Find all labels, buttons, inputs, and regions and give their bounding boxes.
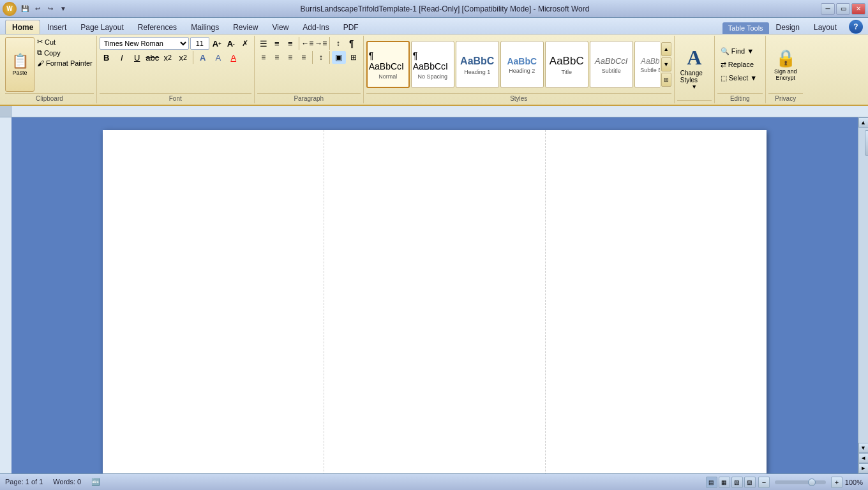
tab-home[interactable]: Home <box>5 20 40 34</box>
tab-layout[interactable]: Layout <box>807 20 844 34</box>
show-paragraph-button[interactable]: ¶ <box>345 37 358 50</box>
select-label: Select <box>729 74 749 82</box>
line-spacing-button[interactable]: ↕ <box>315 51 327 64</box>
paste-button[interactable]: 📋 Paste <box>5 37 34 92</box>
title-bar-left: W 💾 ↩ ↪ ▼ <box>3 2 69 16</box>
subscript-button[interactable]: x2 <box>161 51 175 64</box>
style-normal[interactable]: ¶ AaBbCcI Normal <box>366 41 410 88</box>
privacy-group: 🔒 Sign and Encrypt Privacy <box>766 36 805 103</box>
multilevel-list-button[interactable]: ≡ <box>284 37 297 50</box>
increase-indent-button[interactable]: →≡ <box>315 37 327 50</box>
full-reading-view-button[interactable]: ▦ <box>719 477 730 488</box>
find-button[interactable]: 🔍 Find ▼ <box>717 45 760 57</box>
logo-text: W <box>6 5 12 12</box>
numbering-button[interactable]: ≡ <box>271 37 283 50</box>
tab-pdf[interactable]: PDF <box>336 20 366 34</box>
tab-mailings[interactable]: Mailings <box>184 20 226 34</box>
privacy-content: 🔒 Sign and Encrypt <box>768 37 803 92</box>
tab-insert[interactable]: Insert <box>40 20 73 34</box>
underline-button[interactable]: U <box>130 51 144 64</box>
italic-button[interactable]: I <box>115 51 129 64</box>
tab-references[interactable]: References <box>131 20 184 34</box>
next-page-button[interactable]: ▶ <box>858 463 869 473</box>
print-layout-view-button[interactable]: ▤ <box>706 477 717 488</box>
style-title-preview: AaBbC <box>550 55 584 68</box>
style-title[interactable]: AaBbC Title <box>545 41 588 88</box>
font-grow-button[interactable]: A+ <box>211 37 223 50</box>
style-heading1[interactable]: AaBbC Heading 1 <box>456 41 499 88</box>
bullets-button[interactable]: ☰ <box>257 37 270 50</box>
borders-button[interactable]: ⊞ <box>347 51 361 64</box>
scroll-thumb[interactable] <box>865 130 869 156</box>
bold-button[interactable]: B <box>100 51 114 64</box>
style-normal-label: Normal <box>378 73 397 80</box>
copy-button[interactable]: ⧉ Copy <box>36 48 94 57</box>
change-styles-content: A Change Styles ▼ <box>677 37 712 99</box>
window-controls: ─ ▭ ✕ <box>821 3 865 15</box>
clear-formatting-button[interactable]: ✗ <box>239 37 251 50</box>
format-painter-button[interactable]: 🖌 Format Painter <box>36 59 94 68</box>
help-button[interactable]: ? <box>849 20 863 34</box>
scroll-up-button[interactable]: ▲ <box>858 117 869 128</box>
justify-button[interactable]: ≡ <box>297 51 310 64</box>
replace-button[interactable]: ⇄ Replace <box>717 59 760 71</box>
clipboard-content: 📋 Paste ✂ Cut ⧉ Copy 🖌 Format Painter <box>5 37 94 92</box>
change-styles-label: Change Styles <box>680 70 708 84</box>
align-center-button[interactable]: ≡ <box>271 51 283 64</box>
cut-button[interactable]: ✂ Cut <box>36 37 94 47</box>
styles-scroll-down-button[interactable]: ▼ <box>661 57 671 71</box>
style-title-label: Title <box>561 69 572 75</box>
highlight-color-button[interactable]: A <box>211 51 225 64</box>
zoom-in-button[interactable]: + <box>831 477 842 488</box>
tab-view[interactable]: View <box>266 20 296 34</box>
font-color-button[interactable]: A <box>227 51 241 64</box>
document-page <box>103 130 767 473</box>
strikethrough-button[interactable]: abc <box>146 51 160 64</box>
sign-encrypt-button[interactable]: 🔒 Sign and Encrypt <box>768 43 803 86</box>
restore-button[interactable]: ▭ <box>836 3 850 15</box>
change-styles-button[interactable]: A Change Styles ▼ <box>677 43 712 93</box>
align-left-button[interactable]: ≡ <box>257 51 270 64</box>
redo-button[interactable]: ↪ <box>45 3 56 15</box>
prev-page-button[interactable]: ◀ <box>858 453 869 463</box>
shading-button[interactable]: ▣ <box>332 51 346 64</box>
font-name-select[interactable]: Times New Roman <box>100 37 189 50</box>
tab-review[interactable]: Review <box>226 20 265 34</box>
style-no-spacing[interactable]: ¶ AaBbCcI No Spacing <box>411 41 454 88</box>
zoom-slider-thumb[interactable] <box>808 479 816 486</box>
page-info: Page: 1 of 1 <box>5 478 43 486</box>
font-shrink-button[interactable]: A- <box>225 37 237 50</box>
styles-label: Styles <box>366 93 671 102</box>
close-button[interactable]: ✕ <box>851 3 865 15</box>
format-painter-label: Format Painter <box>46 59 93 67</box>
vertical-ruler <box>0 117 11 473</box>
web-layout-view-button[interactable]: ▧ <box>731 477 743 488</box>
align-right-button[interactable]: ≡ <box>284 51 297 64</box>
text-effects-button[interactable]: A <box>196 51 210 64</box>
zoom-out-button[interactable]: − <box>758 477 770 488</box>
styles-expand-button[interactable]: ⊞ <box>661 73 671 87</box>
superscript-button[interactable]: x2 <box>176 51 190 64</box>
undo-button[interactable]: ↩ <box>32 3 43 15</box>
tab-page-layout[interactable]: Page Layout <box>73 20 130 34</box>
styles-scroll-up-button[interactable]: ▲ <box>661 42 671 56</box>
quickaccess-dropdown[interactable]: ▼ <box>57 3 69 15</box>
document-scroll-area[interactable] <box>11 117 858 473</box>
save-button[interactable]: 💾 <box>19 3 31 15</box>
sign-encrypt-icon: 🔒 <box>775 48 796 68</box>
tab-design[interactable]: Design <box>769 20 807 34</box>
style-subtitle[interactable]: AaBbCcI Subtitle <box>590 41 633 88</box>
select-button[interactable]: ⬚ Select ▼ <box>717 72 760 84</box>
style-heading2[interactable]: AaBbC Heading 2 <box>500 41 544 88</box>
zoom-slider-track[interactable] <box>775 480 826 484</box>
font-size-input[interactable] <box>190 37 209 50</box>
svg-rect-0 <box>11 106 868 117</box>
tab-add-ins[interactable]: Add-Ins <box>296 20 336 34</box>
scroll-down-button[interactable]: ▼ <box>858 443 869 453</box>
outline-view-button[interactable]: ▨ <box>744 477 756 488</box>
style-subtle-emphasis[interactable]: AaBbCcI Subtle Em... <box>634 41 660 88</box>
sort-button[interactable]: ↕ <box>332 37 345 50</box>
minimize-button[interactable]: ─ <box>821 3 835 15</box>
change-styles-dropdown-icon: ▼ <box>691 84 697 90</box>
decrease-indent-button[interactable]: ←≡ <box>301 37 314 50</box>
